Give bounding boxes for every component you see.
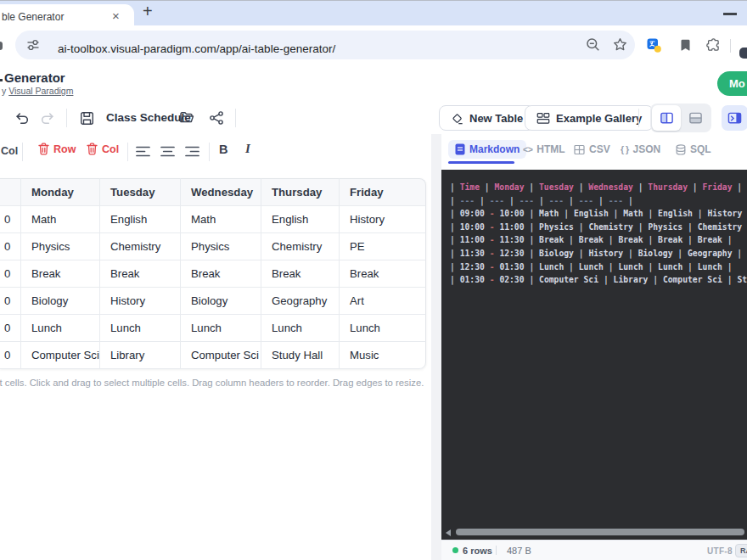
label-icon[interactable] — [679, 39, 692, 52]
table-cell[interactable]: Math — [181, 206, 261, 233]
tab-html[interactable]: <> HTML — [523, 143, 565, 155]
bold-button[interactable]: B — [219, 143, 227, 156]
column-header[interactable]: Monday — [21, 178, 100, 206]
table-cell[interactable]: Lunch — [181, 315, 261, 342]
table-cell[interactable]: Break — [21, 260, 100, 288]
table-cell[interactable]: Art — [340, 288, 426, 315]
tab-sql[interactable]: SQL — [676, 143, 711, 155]
horizontal-scrollbar-thumb[interactable] — [456, 529, 744, 535]
table-cell[interactable]: Math — [21, 206, 100, 233]
time-column-header-fragment[interactable] — [0, 178, 21, 206]
table-cell[interactable]: Geography — [261, 288, 340, 315]
align-right-button[interactable] — [185, 145, 199, 158]
time-cell-fragment[interactable]: 0 — [0, 260, 21, 288]
column-header[interactable]: Wednesday — [181, 178, 261, 206]
export-tab-bar: Markdown <> HTML CSV { } JSON SQL — [441, 134, 747, 171]
split-vertical-button[interactable] — [652, 105, 681, 131]
column-header[interactable]: Tuesday — [100, 178, 181, 206]
code-line: | 01:30 - 02:30 | Computer Sci | Library… — [450, 273, 747, 287]
undo-button[interactable] — [10, 106, 34, 130]
table-cell[interactable]: Biology — [21, 288, 100, 315]
table-cell[interactable]: Break — [261, 260, 340, 288]
raw-badge[interactable]: RAW — [735, 544, 747, 557]
visual-paradigm-link[interactable]: Visual Paradigm — [8, 86, 73, 96]
add-col-button-fragment[interactable]: Col — [1, 145, 18, 157]
more-button[interactable]: Mo — [717, 71, 747, 96]
table-cell[interactable]: Break — [340, 260, 426, 288]
eraser-icon — [451, 112, 463, 125]
zoom-out-icon[interactable] — [586, 37, 600, 52]
open-file-button[interactable] — [175, 106, 199, 130]
time-cell-fragment[interactable]: 0 — [0, 342, 21, 369]
table-cell[interactable]: Chemistry — [100, 233, 181, 260]
bookmark-star-icon[interactable] — [613, 37, 627, 52]
table-cell[interactable]: English — [100, 206, 181, 233]
column-header[interactable]: Friday — [340, 178, 426, 206]
reload-icon-fragment[interactable] — [0, 42, 3, 50]
table-cell[interactable]: Lunch — [340, 315, 426, 342]
table-cell[interactable]: Library — [100, 342, 181, 369]
example-gallery-button[interactable]: Example Gallery — [525, 105, 654, 131]
markdown-file-icon — [455, 143, 465, 155]
table-cell[interactable]: Lunch — [100, 315, 181, 342]
time-cell-fragment[interactable]: 0 — [0, 315, 21, 342]
window-minimize-button[interactable] — [723, 13, 737, 15]
panel-resize-gutter[interactable] — [431, 134, 441, 560]
redo-button[interactable] — [36, 106, 59, 130]
time-cell-fragment[interactable]: 0 — [0, 233, 21, 260]
table-cell[interactable]: Lunch — [261, 315, 340, 342]
toolbar-divider — [127, 143, 128, 161]
scroll-left-arrow[interactable] — [446, 529, 451, 536]
save-button[interactable] — [75, 106, 98, 130]
profile-avatar-fragment[interactable] — [739, 48, 747, 59]
delete-col-button[interactable]: Col — [87, 143, 119, 155]
delete-row-button[interactable]: Row — [38, 143, 76, 155]
browser-tab[interactable]: ble Generator × — [0, 4, 134, 26]
table-row: 0LunchLunchLunchLunchLunch — [0, 315, 426, 342]
browser-tab-strip: ble Generator × + — [0, 0, 747, 26]
align-left-button[interactable] — [136, 145, 150, 158]
time-cell-fragment[interactable]: 0 — [0, 206, 21, 233]
time-cell-fragment[interactable]: 0 — [0, 288, 21, 315]
tab-csv[interactable]: CSV — [574, 143, 610, 155]
table-cell[interactable]: Physics — [181, 233, 261, 260]
table-cell[interactable]: Physics — [21, 233, 100, 260]
table-cell[interactable]: Computer Sci — [21, 342, 100, 369]
tab-close-icon[interactable]: × — [112, 8, 120, 23]
toggle-right-panel-button[interactable] — [722, 105, 747, 131]
table-cell[interactable]: Computer Sci — [181, 342, 261, 369]
url-text[interactable]: ai-toolbox.visual-paradigm.com/app/ai-ta… — [58, 42, 335, 55]
table-cell[interactable]: Chemistry — [261, 233, 340, 260]
toolbar-divider — [66, 109, 67, 127]
table-cell[interactable]: Break — [181, 260, 261, 288]
extensions-icon[interactable] — [706, 38, 721, 53]
main-toolbar: Class Schedule New Table Example Gallery — [0, 102, 747, 135]
split-horizontal-button[interactable] — [681, 105, 710, 131]
database-icon — [676, 144, 686, 155]
new-table-button[interactable]: New Table — [439, 105, 535, 131]
table-cell[interactable]: Music — [340, 342, 426, 369]
site-info-icon[interactable] — [26, 38, 40, 52]
table-cell[interactable]: History — [100, 288, 181, 315]
table-cell[interactable]: Lunch — [21, 315, 100, 342]
table-cell[interactable]: History — [340, 206, 426, 233]
table-hint: it cells. Click and drag to select multi… — [0, 378, 424, 388]
new-tab-button[interactable]: + — [143, 2, 153, 21]
byline: y Visual Paradigm — [2, 86, 73, 96]
tab-json[interactable]: { } JSON — [621, 143, 660, 155]
code-content[interactable]: | Time | Monday | Tuesday | Wednesday | … — [450, 181, 747, 287]
align-center-button[interactable] — [160, 145, 175, 158]
share-button[interactable] — [205, 106, 228, 130]
column-header[interactable]: Thursday — [261, 178, 340, 206]
table-cell[interactable]: English — [261, 206, 340, 233]
table-cell[interactable]: Study Hall — [261, 342, 340, 369]
table-cell[interactable]: Biology — [181, 288, 261, 315]
table-cell[interactable]: PE — [340, 233, 426, 260]
tab-markdown[interactable]: Markdown — [448, 140, 526, 159]
encoding-label: UTF-8 — [707, 546, 733, 556]
table-cell[interactable]: Break — [100, 260, 181, 288]
italic-button[interactable]: I — [245, 142, 250, 156]
translate-icon[interactable] — [647, 38, 661, 53]
address-bar[interactable]: ai-toolbox.visual-paradigm.com/app/ai-ta… — [15, 31, 635, 59]
trash-icon — [87, 143, 98, 155]
